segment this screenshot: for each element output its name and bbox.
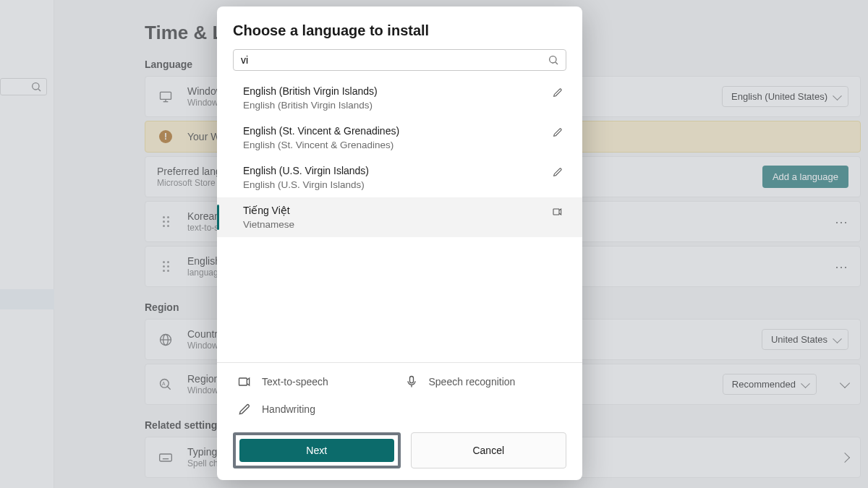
svg-rect-19 (239, 378, 247, 385)
dialog-title: Choose a language to install (217, 7, 582, 49)
feature-tts: Text-to-speech (237, 374, 396, 389)
svg-point-0 (33, 83, 39, 90)
display-language-dropdown[interactable]: English (United States) (722, 86, 848, 107)
add-language-button[interactable]: Add a language (762, 166, 848, 188)
globe-letter-icon: A (157, 377, 174, 392)
nav-search[interactable] (0, 78, 47, 95)
text-to-speech-icon (552, 205, 566, 218)
svg-rect-2 (161, 92, 171, 99)
regional-format-dropdown[interactable]: Recommended (723, 374, 817, 395)
svg-rect-18 (553, 209, 559, 215)
language-native-name: Tiếng Việt (243, 205, 294, 216)
monitor-icon (157, 90, 174, 104)
drag-handle-icon[interactable] (163, 261, 169, 272)
language-english-name: English (St. Vincent & Grenadines) (243, 140, 399, 150)
language-native-name: English (St. Vincent & Grenadines) (243, 125, 399, 137)
nav-sidebar (0, 0, 54, 488)
handwriting-icon (552, 85, 566, 98)
language-result-item[interactable]: Tiếng ViệtVietnamese (217, 197, 582, 237)
handwriting-icon (237, 402, 252, 416)
more-options-icon[interactable]: ⋯ (835, 214, 848, 230)
search-icon[interactable] (548, 54, 559, 66)
language-english-name: Vietnamese (243, 219, 294, 230)
feature-legend: Text-to-speech Speech recognition Handwr… (217, 362, 582, 422)
svg-line-17 (556, 62, 558, 64)
language-english-name: English (British Virgin Islands) (243, 100, 378, 111)
svg-rect-20 (409, 377, 413, 383)
handwriting-icon (552, 125, 566, 138)
text-to-speech-icon (237, 374, 252, 389)
chevron-right-icon[interactable] (840, 452, 850, 462)
svg-rect-10 (160, 454, 172, 461)
next-button-highlight: Next (233, 432, 401, 468)
language-native-name: English (U.S. Virgin Islands) (243, 165, 369, 176)
globe-icon (157, 333, 174, 347)
language-search-input[interactable] (233, 49, 566, 71)
feature-handwriting: Handwriting (237, 402, 396, 416)
microphone-icon (404, 374, 419, 389)
choose-language-dialog: Choose a language to install English (Br… (217, 7, 582, 480)
drag-handle-icon[interactable] (163, 216, 169, 227)
language-native-name: English (British Virgin Islands) (243, 85, 378, 97)
language-results-list: English (British Virgin Islands)English … (217, 74, 582, 362)
next-button[interactable]: Next (239, 439, 394, 462)
search-icon (30, 81, 42, 93)
svg-point-16 (550, 56, 556, 63)
handwriting-icon (552, 165, 566, 178)
keyboard-icon (157, 450, 174, 465)
country-dropdown[interactable]: United States (762, 329, 848, 350)
warning-icon: ! (159, 130, 172, 143)
more-options-icon[interactable]: ⋯ (835, 259, 848, 275)
svg-line-1 (38, 89, 41, 91)
language-result-item[interactable]: English (British Virgin Islands)English … (217, 78, 582, 118)
chevron-down-icon[interactable] (840, 378, 850, 388)
svg-text:A: A (162, 380, 166, 385)
nav-active-item[interactable] (0, 289, 54, 309)
language-result-item[interactable]: English (U.S. Virgin Islands)English (U.… (217, 158, 582, 197)
language-result-item[interactable]: English (St. Vincent & Grenadines)Englis… (217, 118, 582, 158)
feature-speech: Speech recognition (404, 374, 563, 389)
cancel-button[interactable]: Cancel (411, 432, 567, 468)
language-english-name: English (U.S. Virgin Islands) (243, 179, 369, 190)
